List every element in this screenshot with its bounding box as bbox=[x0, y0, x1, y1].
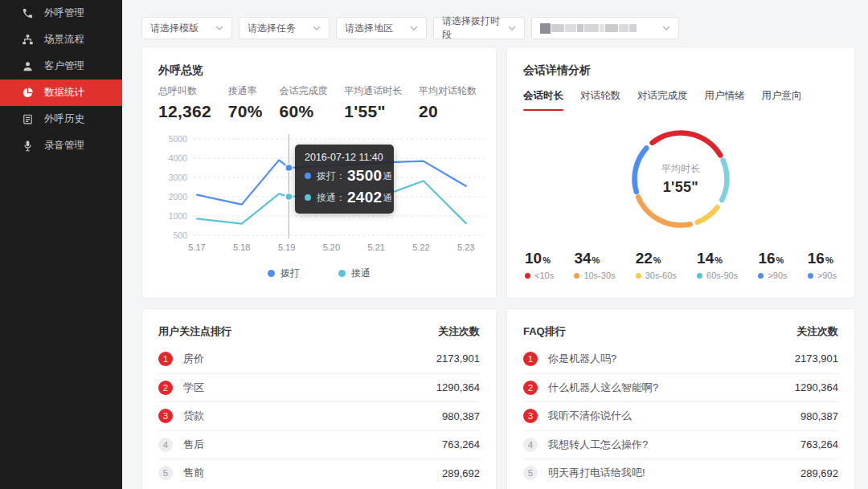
duration-stat-value: 16% bbox=[758, 250, 787, 267]
duration-stat-unit: % bbox=[714, 255, 723, 265]
tab-用户情绪[interactable]: 用户情绪 bbox=[705, 89, 745, 111]
rank-row: 4售后763,264 bbox=[158, 430, 480, 459]
legend-item[interactable]: 接通 bbox=[338, 267, 371, 280]
flow-icon bbox=[22, 34, 34, 46]
duration-stat-label: 60s-90s bbox=[697, 271, 738, 280]
sidebar-item[interactable]: 外呼历史 bbox=[0, 106, 122, 132]
series-dot bbox=[305, 173, 311, 179]
duration-stat: 10%<10s bbox=[525, 250, 554, 280]
rank-value: 289,692 bbox=[442, 467, 480, 479]
duration-stat-range: >90s bbox=[817, 271, 837, 280]
filter-select[interactable]: 请选择地区 bbox=[336, 17, 427, 39]
rank-badge: 1 bbox=[158, 352, 173, 366]
rank-row: 1房价2173,901 bbox=[158, 344, 480, 373]
svg-text:5.19: 5.19 bbox=[278, 242, 295, 252]
stat-value: 12,362 bbox=[158, 102, 211, 121]
tooltip-datetime: 2016-07-12 11:40 bbox=[305, 152, 384, 163]
legend-item[interactable]: 拨打 bbox=[268, 267, 300, 280]
svg-text:5.21: 5.21 bbox=[367, 242, 384, 252]
duration-stat-label: 30s-60s bbox=[636, 271, 677, 280]
rank-badge: 4 bbox=[523, 438, 538, 452]
rank-label: 什么机器人这么智能啊? bbox=[548, 381, 795, 395]
stat-value: 70% bbox=[228, 102, 263, 121]
svg-text:5.18: 5.18 bbox=[233, 242, 250, 252]
overview-stat: 平均通话时长1'55" bbox=[344, 84, 402, 121]
filter-select[interactable]: 请选择模版 bbox=[141, 17, 232, 39]
pie-icon bbox=[22, 87, 34, 99]
duration-donut-chart[interactable] bbox=[620, 119, 741, 239]
filter-select-placeholder: 请选择模版 bbox=[150, 22, 199, 35]
outbound-overview-card: 外呼总览 总呼叫数12,362接通率70%会话完成度60%平均通话时长1'55"… bbox=[141, 47, 497, 299]
svg-text:2000: 2000 bbox=[169, 192, 188, 202]
legend-dot bbox=[338, 270, 346, 277]
rank-row: 1你是机器人吗?2173,901 bbox=[523, 344, 838, 373]
sidebar-item[interactable]: 数据统计 bbox=[0, 79, 122, 106]
svg-text:5000: 5000 bbox=[169, 134, 188, 144]
duration-stat-range: 30s-60s bbox=[645, 271, 677, 280]
duration-stat-value: 10% bbox=[525, 250, 554, 267]
card-title: 外呼总览 bbox=[158, 63, 203, 78]
rank-label: 我想转人工怎么操作? bbox=[548, 438, 800, 452]
rank-row: 3贷款980,387 bbox=[158, 401, 480, 430]
sidebar-item-label: 客户管理 bbox=[44, 59, 84, 73]
filter-select[interactable]: 请选择任务 bbox=[239, 17, 330, 39]
duration-stat-range: <10s bbox=[534, 271, 554, 280]
duration-stat-dot bbox=[525, 273, 530, 279]
duration-stat-range: >90s bbox=[768, 271, 787, 280]
sidebar-item[interactable]: 录音管理 bbox=[0, 132, 122, 159]
sidebar-item-label: 场景流程 bbox=[44, 33, 84, 47]
sidebar: 外呼管理场景流程客户管理数据统计外呼历史录音管理 bbox=[0, 0, 122, 489]
rank-value: 1290,364 bbox=[795, 381, 838, 393]
duration-stat-label: >90s bbox=[758, 271, 787, 280]
tooltip-series-unit: 通 bbox=[383, 192, 392, 204]
tab-会话时长[interactable]: 会话时长 bbox=[523, 89, 563, 111]
tab-用户意向[interactable]: 用户意向 bbox=[762, 89, 802, 111]
rank-card-title: 用户关注点排行 bbox=[158, 324, 231, 339]
filter-bar: 请选择模版请选择任务请选择地区请选择拨打时段 bbox=[141, 17, 679, 39]
duration-stat-label: <10s bbox=[525, 271, 554, 280]
svg-text:5.20: 5.20 bbox=[323, 242, 340, 252]
rank-value: 980,387 bbox=[442, 410, 480, 422]
rank-badge: 5 bbox=[523, 466, 538, 480]
tooltip-series-label: 接通： bbox=[317, 191, 346, 205]
rank-value-header: 关注次数 bbox=[796, 324, 838, 339]
duration-stat: 16%>90s bbox=[758, 250, 787, 280]
rank-label: 明天再打电话给我吧! bbox=[548, 466, 800, 480]
history-icon bbox=[22, 113, 34, 125]
duration-stat: 34%10s-30s bbox=[574, 250, 615, 280]
filter-select[interactable]: 请选择拨打时段 bbox=[433, 17, 525, 39]
rank-value: 289,692 bbox=[800, 467, 838, 479]
tab-对话完成度[interactable]: 对话完成度 bbox=[637, 89, 688, 111]
overview-stat: 接通率70% bbox=[228, 84, 263, 121]
rank-card-title: FAQ排行 bbox=[523, 324, 566, 339]
tab-对话轮数[interactable]: 对话轮数 bbox=[580, 89, 620, 111]
redacted-value bbox=[540, 23, 637, 34]
duration-stat-unit: % bbox=[776, 255, 784, 265]
card-title: 会话详情分析 bbox=[523, 63, 591, 78]
duration-stat-value: 14% bbox=[697, 250, 738, 267]
redacted-filter-select[interactable] bbox=[531, 17, 679, 39]
duration-stat: 16%>90s bbox=[808, 250, 837, 280]
sidebar-item[interactable]: 客户管理 bbox=[0, 53, 122, 79]
svg-text:4000: 4000 bbox=[169, 153, 188, 163]
duration-stat-range: 60s-90s bbox=[706, 271, 738, 280]
svg-text:1000: 1000 bbox=[169, 211, 188, 221]
rank-value-header: 关注次数 bbox=[438, 324, 480, 339]
legend-label: 接通 bbox=[351, 267, 371, 280]
svg-text:500: 500 bbox=[173, 230, 187, 240]
svg-text:5.22: 5.22 bbox=[412, 242, 429, 252]
duration-stat-label: >90s bbox=[808, 271, 837, 280]
rank-badge: 4 bbox=[158, 438, 173, 452]
duration-stat-range: 10s-30s bbox=[583, 271, 615, 280]
duration-stat-dot bbox=[758, 273, 764, 279]
mic-icon bbox=[22, 140, 34, 152]
rank-value: 763,264 bbox=[442, 438, 480, 450]
tooltip-series-unit: 通 bbox=[383, 170, 392, 182]
rank-value: 980,387 bbox=[800, 410, 838, 422]
rank-row: 2什么机器人这么智能啊?1290,364 bbox=[523, 373, 838, 402]
rank-label: 你是机器人吗? bbox=[548, 352, 795, 366]
overview-stat: 总呼叫数12,362 bbox=[158, 84, 211, 121]
sidebar-item[interactable]: 外呼管理 bbox=[0, 0, 122, 26]
sidebar-item[interactable]: 场景流程 bbox=[0, 26, 122, 53]
chart-legend: 拨打接通 bbox=[142, 267, 496, 280]
